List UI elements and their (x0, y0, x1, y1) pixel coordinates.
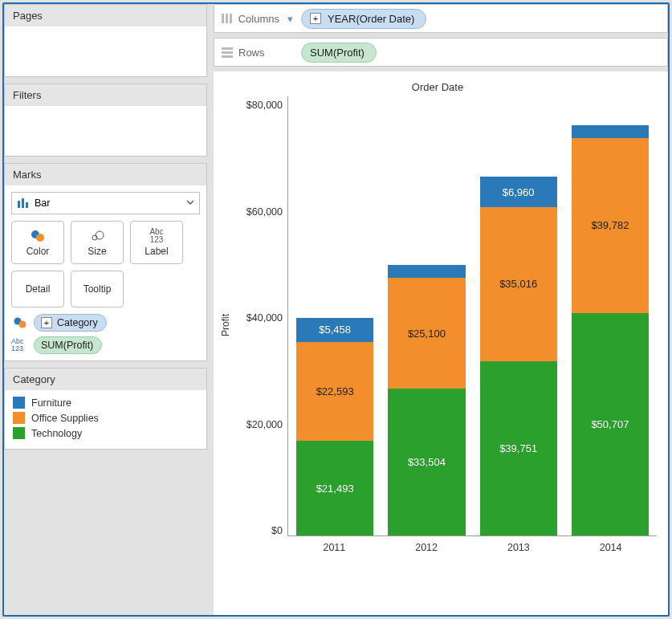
sum-profit-pill-label: SUM(Profit) (41, 340, 93, 351)
bar-column[interactable]: $50,707$39,782 (572, 96, 649, 536)
pages-shelf[interactable]: Pages (4, 4, 207, 77)
bar-segment[interactable]: $39,751 (480, 361, 557, 536)
category-pill-label: Category (57, 317, 98, 328)
legend-item-technology[interactable]: Technology (13, 426, 198, 441)
expand-icon[interactable]: + (310, 13, 321, 24)
color-legend: Category Furniture Office Supplies Techn… (4, 368, 207, 450)
columns-shelf-label: Columns ▾ (221, 13, 293, 25)
filters-dropzone[interactable] (5, 106, 206, 156)
bar-segment[interactable]: $5,458 (296, 318, 373, 342)
detail-button[interactable]: Detail (11, 271, 64, 307)
y-tick: $60,000 (246, 206, 283, 218)
expand-icon[interactable]: + (41, 317, 52, 328)
size-label: Size (88, 246, 106, 257)
chart-title: Order Date (218, 81, 657, 96)
marks-card: Marks Bar Color (4, 163, 207, 361)
plot-area[interactable]: $21,493$22,593$5,458$33,504$25,100$39,75… (287, 96, 657, 536)
legend-label: Technology (31, 428, 82, 439)
y-tick: $20,000 (246, 419, 283, 430)
svg-point-6 (96, 231, 104, 239)
tooltip-button[interactable]: Tooltip (71, 271, 124, 307)
svg-rect-0 (18, 201, 20, 208)
svg-rect-12 (222, 47, 233, 50)
legend-header: Category (5, 369, 206, 390)
columns-pill-label: YEAR(Order Date) (328, 13, 414, 25)
bar-column[interactable]: $21,493$22,593$5,458 (296, 96, 373, 536)
rows-pill[interactable]: SUM(Profit) (301, 43, 377, 63)
label-pill-row: Abc123 SUM(Profit) (11, 336, 200, 354)
x-tick: 2013 (473, 542, 565, 553)
svg-rect-10 (226, 14, 228, 23)
bar-segment[interactable]: $33,504 (388, 389, 465, 536)
filters-shelf[interactable]: Filters (4, 83, 207, 157)
bar-segment[interactable]: $22,593 (296, 342, 373, 442)
pages-dropzone[interactable] (5, 26, 206, 76)
y-axis-label: Profit (218, 314, 233, 336)
dropdown-triangle-icon[interactable]: ▾ (287, 13, 293, 25)
x-tick: 2012 (381, 542, 473, 553)
color-icon (30, 228, 46, 244)
color-label: Color (26, 246, 50, 257)
svg-rect-9 (222, 14, 224, 23)
svg-rect-13 (222, 51, 233, 54)
mark-type-label: Bar (35, 198, 50, 209)
bar-segment[interactable] (572, 125, 649, 138)
svg-rect-11 (230, 14, 232, 23)
left-sidebar: Pages Filters Marks Bar (4, 4, 207, 615)
legend-body: Furniture Office Supplies Technology (5, 390, 206, 449)
mark-type-dropdown[interactable]: Bar (11, 192, 200, 214)
marks-button-row-1: Color Size Abc123 Label (11, 221, 200, 264)
y-tick: $0 (271, 525, 283, 536)
chart-panel: Order Date Profit $80,000 $60,000 $40,00… (214, 71, 668, 615)
detail-label: Detail (26, 283, 51, 295)
y-tick: $80,000 (246, 100, 283, 111)
main-area: Columns ▾ + YEAR(Order Date) Rows SUM(Pr… (207, 4, 668, 615)
size-icon (89, 228, 105, 244)
bar-segment[interactable] (388, 265, 465, 278)
bar-column[interactable]: $33,504$25,100 (388, 96, 465, 536)
plot: Profit $80,000 $60,000 $40,000 $20,000 $… (218, 96, 657, 554)
label-icon: Abc123 (11, 338, 29, 352)
y-tick: $40,000 (246, 312, 283, 324)
swatch-icon (13, 412, 25, 424)
bar-segment[interactable]: $50,707 (572, 313, 649, 536)
color-icon (11, 316, 29, 329)
size-button[interactable]: Size (71, 221, 124, 264)
sum-profit-pill[interactable]: SUM(Profit) (34, 336, 102, 354)
legend-item-furniture[interactable]: Furniture (13, 395, 198, 410)
bar-segment[interactable]: $35,016 (480, 207, 557, 361)
x-tick: 2011 (288, 542, 381, 553)
columns-text: Columns (238, 13, 279, 25)
legend-label: Furniture (31, 397, 71, 409)
category-pill[interactable]: + Category (34, 314, 107, 332)
rows-pill-label: SUM(Profit) (310, 47, 365, 59)
svg-rect-2 (26, 202, 28, 208)
svg-rect-14 (222, 55, 233, 58)
bar-chart-icon (17, 197, 30, 210)
columns-icon (221, 13, 234, 24)
y-axis-ticks: $80,000 $60,000 $40,000 $20,000 $0 (233, 96, 287, 554)
label-label: Label (145, 246, 168, 257)
marks-pill-list: + Category Abc123 SUM(Profit) (11, 314, 200, 354)
color-button[interactable]: Color (11, 221, 64, 264)
chevron-down-icon (186, 198, 194, 209)
svg-point-8 (19, 321, 26, 328)
rows-text: Rows (238, 47, 265, 59)
rows-shelf-label: Rows (221, 47, 293, 59)
bar-segment[interactable]: $6,960 (480, 177, 557, 207)
columns-shelf[interactable]: Columns ▾ + YEAR(Order Date) (214, 4, 668, 33)
bar-segment[interactable]: $39,782 (572, 138, 649, 313)
legend-item-office-supplies[interactable]: Office Supplies (13, 410, 198, 426)
tooltip-label: Tooltip (83, 283, 112, 295)
bar-segment[interactable]: $21,493 (296, 441, 373, 536)
svg-point-4 (36, 234, 44, 242)
columns-pill[interactable]: + YEAR(Order Date) (301, 9, 426, 29)
filters-header: Filters (5, 84, 206, 106)
pages-header: Pages (5, 5, 206, 26)
swatch-icon (13, 427, 25, 439)
label-icon: Abc123 (149, 228, 163, 244)
label-button[interactable]: Abc123 Label (130, 221, 183, 264)
bar-column[interactable]: $39,751$35,016$6,960 (480, 96, 557, 536)
rows-shelf[interactable]: Rows SUM(Profit) (214, 38, 668, 67)
bar-segment[interactable]: $25,100 (388, 278, 465, 388)
